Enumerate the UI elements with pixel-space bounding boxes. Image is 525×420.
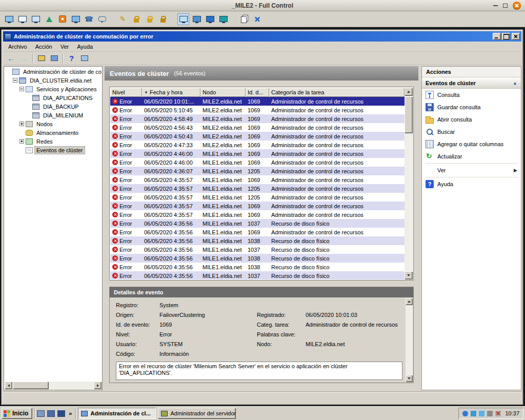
column-header-nivel[interactable]: Nivel	[110, 88, 142, 97]
scroll-down-icon[interactable]	[405, 271, 413, 279]
table-row[interactable]: Error06/05/2020 4:35:56MILE1.eldia.net10…	[110, 236, 405, 245]
table-vertical-scrollbar[interactable]	[405, 88, 413, 279]
table-row[interactable]: Error06/05/2020 4:47:33MILE2.eldia.net10…	[110, 141, 405, 149]
record-icon[interactable]	[56, 13, 68, 25]
refresh-screen-icon[interactable]	[70, 13, 82, 25]
column-header-fecha-y-hora[interactable]: ▼Fecha y hora	[142, 88, 200, 97]
window-panes-button[interactable]	[48, 53, 60, 64]
column-header-nodo[interactable]: Nodo	[200, 88, 246, 97]
app-titlebar[interactable]: Administración de clúster de conmutación…	[3, 31, 521, 42]
phone-icon[interactable]: ☎	[83, 13, 95, 25]
maximize-icon[interactable]	[503, 4, 508, 8]
action-buscar[interactable]: Buscar	[422, 126, 521, 138]
action-ver[interactable]: Ver▶	[422, 164, 521, 176]
quick-launch-app-icon-2[interactable]	[47, 410, 55, 417]
scroll-down-icon[interactable]	[406, 375, 413, 382]
table-row[interactable]: Error06/05/2020 4:35:56MILE1.eldia.net10…	[110, 263, 405, 271]
send-mail-icon[interactable]	[30, 13, 42, 25]
table-row[interactable]: Error06/05/2020 4:35:57MILE1.eldia.net10…	[110, 210, 405, 219]
remote-screen-icon[interactable]	[3, 13, 15, 25]
help-button[interactable]: ?	[66, 53, 77, 64]
collapse-icon[interactable]	[13, 78, 17, 83]
table-row[interactable]: Error06/05/2020 4:35:57MILE1.eldia.net10…	[110, 175, 405, 184]
action-abrir-consulta[interactable]: Abrir consulta	[422, 113, 521, 126]
tree-item-diamilenium[interactable]: DIA_MILENIUM	[5, 111, 102, 119]
tree-item-diabackup[interactable]: DIA_BACKUP	[5, 102, 102, 111]
column-header-id-d[interactable]: Id. d...	[246, 88, 269, 97]
table-row[interactable]: Error06/05/2020 4:35:56MILE1.eldia.net10…	[110, 228, 405, 236]
fullscreen-icon[interactable]	[177, 13, 189, 25]
scroll-right-icon[interactable]	[94, 382, 102, 389]
menu-archivo[interactable]: Archivo	[4, 42, 31, 51]
settings-tools-icon[interactable]	[251, 13, 263, 25]
scroll-up-icon[interactable]	[406, 298, 413, 305]
tree-item-redes[interactable]: Redes	[5, 137, 102, 146]
scrollbar-thumb[interactable]	[13, 382, 49, 389]
tree-item-servicios-y-aplicaciones[interactable]: Servicios y Aplicaciones	[5, 85, 102, 93]
table-row[interactable]: Error06/05/2020 4:56:43MILE2.eldia.net10…	[110, 123, 405, 132]
export-list-button[interactable]	[78, 53, 90, 64]
upload-icon[interactable]	[43, 13, 55, 25]
show-console-tree-button[interactable]	[35, 53, 47, 64]
table-row[interactable]: Error06/05/2020 4:35:57MILE1.eldia.net10…	[110, 202, 405, 210]
collapse-icon[interactable]: ▲	[513, 81, 517, 86]
tree-item-almacenamiento[interactable]: Almacenamiento	[5, 128, 102, 137]
action-ayuda[interactable]: Ayuda	[422, 178, 521, 190]
menu-ver[interactable]: Ver	[56, 42, 73, 51]
start-button[interactable]: Inicio	[2, 408, 32, 419]
action-consulta[interactable]: Consulta	[422, 89, 521, 101]
fit-window-icon[interactable]	[191, 13, 203, 25]
solid-screen-icon[interactable]	[204, 13, 216, 25]
back-button[interactable]: ←	[5, 53, 17, 64]
tree-item-diaclustereldianet[interactable]: DIA_CLUSTER.eldia.net	[5, 76, 102, 85]
collapse-icon[interactable]	[19, 87, 24, 91]
tray-keyboard-icon[interactable]	[487, 411, 493, 416]
menu-ayuda[interactable]: Ayuda	[73, 42, 97, 51]
table-row[interactable]: Error06/05/2020 5:10:45MILE2.eldia.net10…	[110, 106, 405, 114]
copy-icon[interactable]	[238, 13, 250, 25]
table-row[interactable]: Error06/05/2020 4:50:43MILE2.eldia.net10…	[110, 132, 405, 141]
tray-network-status-icon[interactable]	[471, 411, 476, 416]
action-actualizar[interactable]: Actualizar	[422, 150, 521, 163]
quick-launch-overflow-icon[interactable]: »	[67, 410, 73, 416]
tray-update-icon[interactable]	[462, 411, 468, 416]
expand-icon[interactable]	[19, 122, 24, 126]
chat-icon[interactable]	[96, 13, 108, 25]
table-row[interactable]: Error06/05/2020 4:35:56MILE1.eldia.net10…	[110, 254, 405, 263]
minimize-icon[interactable]	[493, 5, 498, 6]
tree-item-nodos[interactable]: Nodos	[5, 119, 102, 128]
details-vertical-scrollbar[interactable]	[406, 298, 413, 382]
app-minimize-button[interactable]	[493, 33, 501, 40]
scroll-left-icon[interactable]	[5, 382, 12, 389]
quick-launch-app-icon-3[interactable]	[57, 410, 65, 417]
table-row[interactable]: Error06/05/2020 4:35:57MILE1.eldia.net12…	[110, 193, 405, 202]
quick-launch-app-icon-1[interactable]	[37, 410, 45, 417]
new-window-icon[interactable]	[16, 13, 28, 25]
tree-item-eventos-de-clúster[interactable]: Eventos de clúster	[5, 146, 102, 154]
table-row[interactable]: Error06/05/2020 4:35:56MILE1.eldia.net10…	[110, 219, 405, 228]
lock-icon[interactable]	[144, 13, 155, 25]
table-row[interactable]: Error06/05/2020 4:36:07MILE1.eldia.net12…	[110, 167, 405, 175]
action-agregar-o-quitar-columnas[interactable]: Agregar o quitar columnas	[422, 138, 521, 150]
actions-group-header[interactable]: Eventos de clúster ▲	[422, 77, 521, 89]
table-row[interactable]: Error06/05/2020 4:35:57MILE1.eldia.net12…	[110, 184, 405, 193]
scroll-up-icon[interactable]	[405, 88, 413, 96]
tree-item-diaaplications[interactable]: DIA_APLICATIONS	[5, 93, 102, 102]
close-icon[interactable]	[513, 2, 521, 10]
tree-item-administración-de-clúster-de-conmu[interactable]: Administración de clúster de conmu	[5, 67, 102, 76]
action-guardar-consulta[interactable]: Guardar consulta	[422, 101, 521, 113]
table-row[interactable]: Error06/05/2020 4:35:56MILE1.eldia.net10…	[110, 245, 405, 254]
tray-display-icon[interactable]	[479, 411, 484, 416]
scrollbar-thumb[interactable]	[405, 96, 413, 133]
expand-icon[interactable]	[19, 139, 24, 144]
table-row[interactable]: Error06/05/2020 4:46:00MILE1.eldia.net10…	[110, 149, 405, 158]
table-row[interactable]: Error06/05/2020 4:35:56MILE1.eldia.net10…	[110, 271, 405, 279]
menu-acción[interactable]: Acción	[31, 42, 56, 51]
close-session-icon[interactable]	[217, 13, 229, 25]
table-row[interactable]: Error06/05/2020 4:58:49MILE2.eldia.net10…	[110, 114, 405, 123]
taskbar-task-administrador-del-servidor[interactable]: Administrador del servidor	[158, 408, 236, 419]
table-row[interactable]: Error06/05/2020 4:46:00MILE1.eldia.net10…	[110, 158, 405, 167]
tray-volume-muted-icon[interactable]	[495, 411, 501, 416]
app-maximize-button[interactable]	[502, 33, 510, 40]
keys-icon[interactable]	[130, 13, 142, 25]
